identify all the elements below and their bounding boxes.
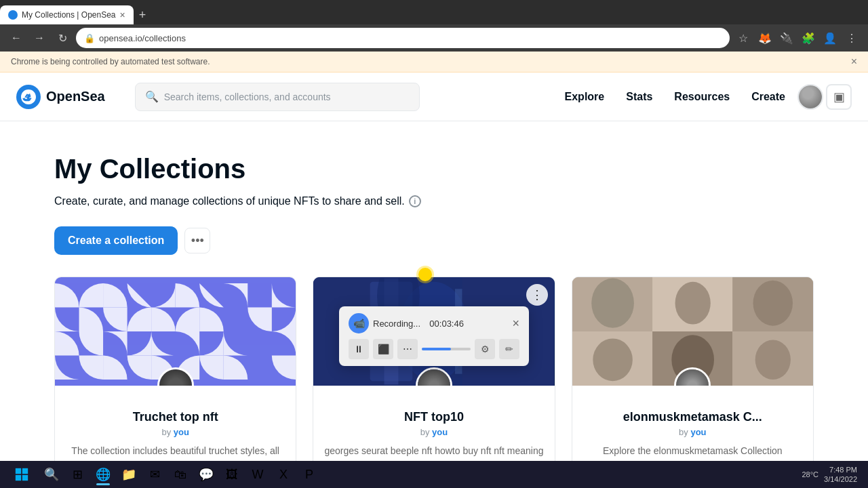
secure-icon: 🔒 <box>84 33 95 43</box>
opensea-logo[interactable]: OpenSea <box>16 85 105 109</box>
svg-point-16 <box>675 282 710 325</box>
search-bar[interactable]: 🔍 <box>135 83 420 111</box>
recording-label: Recording... <box>373 319 425 329</box>
nav-explore[interactable]: Explore <box>555 85 614 108</box>
taskbar-chrome[interactable]: 🌐 <box>91 462 115 487</box>
collection-card-2[interactable]: elonmuskmetamask C... by you Explore the… <box>572 277 814 484</box>
extension-button-2[interactable]: 🔌 <box>777 28 796 47</box>
info-icon[interactable]: i <box>409 195 421 207</box>
user-avatar[interactable] <box>797 84 823 110</box>
svg-rect-22 <box>22 468 28 474</box>
more-dots-icon: ••• <box>191 234 204 248</box>
page-subtitle: Create, curate, and manage collections o… <box>54 195 814 207</box>
rec-annotation-button[interactable]: ✏ <box>499 339 519 359</box>
wallet-button[interactable]: ▣ <box>826 84 852 110</box>
taskbar-search[interactable]: 🔍 <box>39 462 64 487</box>
svg-rect-24 <box>22 475 28 481</box>
nav-create[interactable]: Create <box>742 85 795 108</box>
card-by-1: by you <box>324 427 543 437</box>
taskbar-task-view[interactable]: ⊞ <box>65 462 90 487</box>
card-by-link-1[interactable]: you <box>432 427 448 437</box>
browser-controls-bar: ← → ↻ 🔒 opensea.io/collections ☆ 🦊 🔌 🧩 👤… <box>0 24 868 52</box>
new-tab-button[interactable]: + <box>134 8 152 22</box>
back-button[interactable]: ← <box>7 28 26 47</box>
taskbar-right-area: 28°C 7:48 PM 3/14/2022 <box>796 465 863 485</box>
nav-resources[interactable]: Resources <box>665 85 739 108</box>
card-by-0: by you <box>66 427 285 437</box>
extension-button-1[interactable]: 🦊 <box>755 28 774 47</box>
automation-notice-text: Chrome is being controlled by automated … <box>11 57 210 66</box>
taskbar-powerpoint[interactable]: P <box>297 462 321 487</box>
recording-close-button[interactable]: × <box>512 317 519 331</box>
rec-progress-slider[interactable] <box>422 348 471 350</box>
forward-button[interactable]: → <box>30 28 49 47</box>
avatar-image-1 <box>418 369 450 386</box>
browser-icons-right: ☆ 🦊 🔌 🧩 👤 ⋮ <box>734 28 861 47</box>
start-button[interactable] <box>5 462 38 487</box>
collection-card-0[interactable]: Truchet top nft by you The collection in… <box>54 277 296 484</box>
rec-settings-button[interactable]: ⚙ <box>475 339 495 359</box>
taskbar-temp: 28°C <box>802 470 818 479</box>
rec-pause-button[interactable]: ⏸ <box>349 339 369 359</box>
tab-title: My Collections | OpenSea <box>22 10 116 20</box>
card-by-link-2[interactable]: you <box>690 427 706 437</box>
page-content-area: My Collections Create, curate, and manag… <box>0 121 868 488</box>
recording-time: 00:03:46 <box>429 319 464 329</box>
taskbar-word[interactable]: W <box>245 462 270 487</box>
card-name-0: Truchet top nft <box>66 410 285 424</box>
taskbar-mail[interactable]: ✉ <box>142 462 167 487</box>
avatar-image-2 <box>676 369 709 386</box>
recording-overlay: 📹 Recording... 00:03:46 × ⏸ ⬛ ⋯ ⚙ ✏ <box>339 306 529 366</box>
card-by-link-0[interactable]: you <box>174 427 189 437</box>
active-browser-tab[interactable]: My Collections | OpenSea × <box>0 5 134 24</box>
browser-chrome: My Collections | OpenSea × + ← → ↻ 🔒 ope… <box>0 0 868 52</box>
svg-point-15 <box>591 279 634 328</box>
opensea-logo-svg <box>21 89 36 104</box>
wallet-icon: ▣ <box>833 89 845 104</box>
taskbar-photos[interactable]: 🖼 <box>220 462 244 487</box>
browser-tab-bar: My Collections | OpenSea × + <box>0 0 868 24</box>
tab-favicon <box>8 10 18 20</box>
extension-button-3[interactable]: 🧩 <box>799 28 818 47</box>
automation-notice-bar: Chrome is being controlled by automated … <box>0 52 868 73</box>
rec-camera-icon: 📹 <box>349 313 369 333</box>
reload-button[interactable]: ↻ <box>53 28 72 47</box>
nav-stats[interactable]: Stats <box>616 85 662 108</box>
url-bar[interactable]: 🔒 opensea.io/collections <box>76 28 730 48</box>
card-banner-0 <box>55 277 296 386</box>
windows-logo-icon <box>15 468 28 481</box>
svg-rect-21 <box>16 468 21 474</box>
opensea-logo-text: OpenSea <box>46 89 105 104</box>
card-by-2: by you <box>583 427 802 437</box>
main-content: My Collections Create, curate, and manag… <box>0 121 868 488</box>
opensea-logo-icon <box>16 85 41 109</box>
more-options-button[interactable]: ••• <box>184 228 210 253</box>
rec-stop-button[interactable]: ⬛ <box>373 339 393 359</box>
avatar-image <box>799 85 822 108</box>
create-collection-button[interactable]: Create a collection <box>54 226 178 255</box>
menu-button[interactable]: ⋮ <box>842 28 861 47</box>
card-name-1: NFT top10 <box>324 410 543 424</box>
taskbar-time-display: 7:48 PM <box>824 465 857 474</box>
page-title: My Collections <box>54 154 814 184</box>
card-name-2: elonmuskmetamask C... <box>583 410 802 424</box>
profile-button[interactable]: 👤 <box>821 28 840 47</box>
windows-taskbar: 🔍 ⊞ 🌐 📁 ✉ 🛍 💬 🖼 W X P 28°C 7:48 PM 3/14/… <box>0 461 868 488</box>
card-more-button-1[interactable]: ⋮ <box>526 284 548 306</box>
tab-close-button[interactable]: × <box>120 9 125 20</box>
bookmark-button[interactable]: ☆ <box>734 28 753 47</box>
taskbar-store[interactable]: 🛍 <box>168 462 193 487</box>
rec-separator-button[interactable]: ⋯ <box>397 339 418 359</box>
actions-row: Create a collection ••• <box>54 226 814 255</box>
card-banner-2 <box>572 277 813 386</box>
taskbar-excel[interactable]: X <box>271 462 296 487</box>
taskbar-teams[interactable]: 💬 <box>194 462 218 487</box>
url-text: opensea.io/collections <box>99 33 186 43</box>
search-input[interactable] <box>164 92 410 102</box>
recording-header: 📹 Recording... 00:03:46 × <box>349 313 519 333</box>
svg-point-20 <box>755 340 790 380</box>
svg-point-18 <box>593 338 633 381</box>
rec-slider-fill <box>422 348 451 350</box>
taskbar-explorer[interactable]: 📁 <box>117 462 141 487</box>
automation-close-button[interactable]: × <box>851 56 857 68</box>
